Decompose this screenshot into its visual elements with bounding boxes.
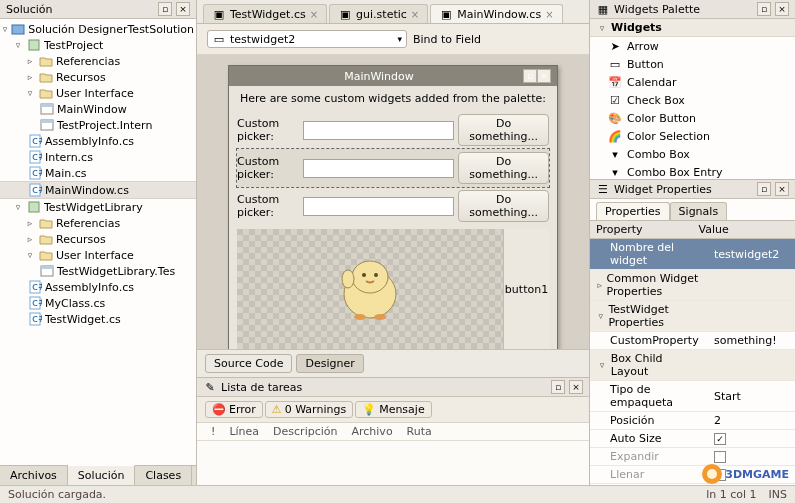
picker-input[interactable]	[303, 197, 454, 216]
tab-source-code[interactable]: Source Code	[205, 354, 292, 373]
do-something-button[interactable]: Do something...	[458, 190, 549, 222]
task-col[interactable]: Descripción	[267, 425, 343, 438]
tree-item[interactable]: MyClass.cs	[45, 297, 105, 310]
tree-item[interactable]: Recursos	[56, 233, 106, 246]
tab-solucion[interactable]: Solución	[68, 465, 136, 485]
expand-icon[interactable]: ▿	[24, 88, 36, 98]
file-tab[interactable]: ▣gui.stetic×	[329, 4, 428, 23]
solution-root[interactable]: Solución DesignerTestSolution	[28, 23, 194, 36]
tab-clases[interactable]: Clases	[135, 466, 192, 485]
tab-archivos[interactable]: Archivos	[0, 466, 68, 485]
file-tab-active[interactable]: ▣MainWindow.cs×	[430, 4, 562, 23]
tree-item[interactable]: AssemblyInfo.cs	[45, 281, 134, 294]
expand-icon[interactable]: ▿	[596, 360, 608, 370]
tree-item[interactable]: User Interface	[56, 87, 134, 100]
palette-category[interactable]: ▿Widgets	[590, 19, 795, 37]
palette-item[interactable]: 🎨Color Button	[590, 109, 795, 127]
custom-picker-row[interactable]: Custom picker:Do something...	[237, 111, 549, 149]
prop-value[interactable]: something!	[708, 332, 795, 349]
prop-row[interactable]: Llenar	[590, 466, 795, 484]
tab-signals[interactable]: Signals	[670, 202, 728, 220]
bind-to-field-link[interactable]: Bind to Field	[413, 33, 481, 46]
prop-row[interactable]: Tipo de empaquetaStart	[590, 381, 795, 412]
custom-picker-row[interactable]: Custom picker:Do something...	[237, 187, 549, 225]
prop-value[interactable]: testwidget2	[708, 239, 795, 269]
col-property[interactable]: Property	[590, 221, 693, 238]
message-filter-button[interactable]: 💡Mensaje	[355, 401, 432, 418]
palette-item[interactable]: ➤Arrow	[590, 37, 795, 55]
tree-item[interactable]: MainWindow	[57, 103, 127, 116]
expand-icon[interactable]: ▿	[596, 23, 608, 33]
task-col[interactable]: Ruta	[401, 425, 438, 438]
tree-item-selected[interactable]: MainWindow.cs	[45, 184, 129, 197]
expand-icon[interactable]: ▿	[596, 311, 605, 321]
prop-value[interactable]: Start	[708, 381, 795, 411]
panel-close-icon[interactable]: ×	[775, 2, 789, 16]
panel-opts-icon[interactable]: ▫	[757, 182, 771, 196]
tree-item[interactable]: TestProject.Intern	[57, 119, 152, 132]
expand-icon[interactable]: ▿	[12, 40, 24, 50]
tree-item[interactable]: Intern.cs	[45, 151, 93, 164]
prop-category[interactable]: ▿TestWidget Properties	[590, 301, 795, 332]
close-icon[interactable]: ×	[537, 69, 551, 83]
tree-item[interactable]: Referencias	[56, 55, 120, 68]
expand-icon[interactable]: ▿	[24, 250, 36, 260]
prop-value[interactable]: 2	[708, 412, 795, 429]
picker-input[interactable]	[303, 121, 454, 140]
preview-titlebar[interactable]: MainWindow ▫ ×	[229, 66, 557, 86]
panel-close-icon[interactable]: ×	[569, 380, 583, 394]
prop-row[interactable]: CustomPropertysomething!	[590, 332, 795, 350]
solution-tree[interactable]: ▿Solución DesignerTestSolution ▿TestProj…	[0, 19, 196, 465]
checkbox-checked[interactable]: ✓	[714, 433, 726, 445]
task-col[interactable]: !	[205, 425, 221, 438]
properties-grid[interactable]: PropertyValue Nombre del widgettestwidge…	[590, 221, 795, 485]
palette-list[interactable]: ▿Widgets ➤Arrow ▭Button 📅Calendar ☑Check…	[590, 19, 795, 179]
expand-icon[interactable]: ▹	[24, 218, 36, 228]
tree-item[interactable]: Recursos	[56, 71, 106, 84]
expand-icon[interactable]: ▿	[12, 202, 24, 212]
palette-item[interactable]: ☑Check Box	[590, 91, 795, 109]
tree-item[interactable]: TestWidgetLibrary.Tes	[57, 265, 175, 278]
panel-settings-icon[interactable]: ▫	[158, 2, 172, 16]
prop-row-selected[interactable]: Nombre del widgettestwidget2	[590, 239, 795, 270]
task-col[interactable]: Línea	[223, 425, 265, 438]
panel-opts-icon[interactable]: ▫	[551, 380, 565, 394]
panel-opts-icon[interactable]: ▫	[757, 2, 771, 16]
warnings-filter-button[interactable]: ⚠0 Warnings	[265, 401, 353, 418]
col-value[interactable]: Value	[693, 221, 796, 238]
error-filter-button[interactable]: ⛔Error	[205, 401, 263, 418]
close-icon[interactable]: ×	[310, 9, 318, 20]
widget-selector-combo[interactable]: ▭ testwidget2 ▾	[207, 30, 407, 48]
tree-item[interactable]: TestWidget.cs	[45, 313, 121, 326]
palette-item[interactable]: ▭Button	[590, 55, 795, 73]
tree-item[interactable]: AssemblyInfo.cs	[45, 135, 134, 148]
prop-row[interactable]: Posición2	[590, 412, 795, 430]
checkbox[interactable]	[714, 451, 726, 463]
do-something-button[interactable]: Do something...	[458, 152, 549, 184]
palette-item[interactable]: ▾Combo Box	[590, 145, 795, 163]
tree-item[interactable]: User Interface	[56, 249, 134, 262]
expand-icon[interactable]: ▿	[2, 24, 8, 34]
designer-canvas[interactable]: MainWindow ▫ × Here are some custom widg…	[197, 55, 589, 349]
close-icon[interactable]: ×	[545, 9, 553, 20]
project-name[interactable]: TestWidgetLibrary	[44, 201, 143, 214]
do-something-button[interactable]: Do something...	[458, 114, 549, 146]
expand-icon[interactable]: ▹	[24, 56, 36, 66]
palette-item[interactable]: ▾Combo Box Entry	[590, 163, 795, 179]
file-tab[interactable]: ▣TestWidget.cs×	[203, 4, 327, 23]
expand-icon[interactable]: ▹	[596, 280, 604, 290]
panel-close-icon[interactable]: ×	[176, 2, 190, 16]
panel-close-icon[interactable]: ×	[775, 182, 789, 196]
palette-item[interactable]: 🌈Color Selection	[590, 127, 795, 145]
prop-category[interactable]: ▹Common Widget Properties	[590, 270, 795, 301]
prop-row[interactable]: Auto Size✓	[590, 430, 795, 448]
tab-properties[interactable]: Properties	[596, 202, 670, 220]
tree-item[interactable]: Referencias	[56, 217, 120, 230]
custom-picker-row-selected[interactable]: Custom picker:Do something...	[237, 149, 549, 187]
min-icon[interactable]: ▫	[523, 69, 537, 83]
tree-item[interactable]: Main.cs	[45, 167, 87, 180]
prop-row[interactable]: Expandir	[590, 448, 795, 466]
prop-category[interactable]: ▿Box Child Layout	[590, 350, 795, 381]
expand-icon[interactable]: ▹	[24, 234, 36, 244]
side-button[interactable]: button1	[503, 229, 549, 349]
